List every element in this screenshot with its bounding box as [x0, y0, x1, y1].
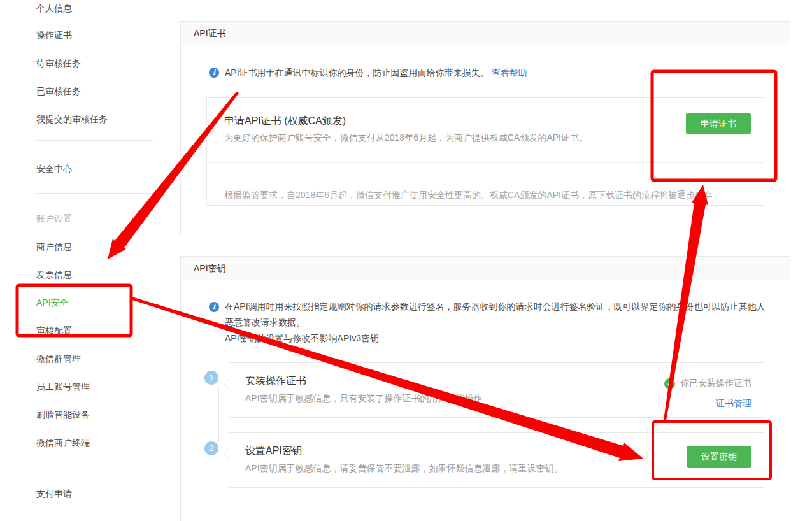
sidebar-item-payment-apply[interactable]: 支付申请 [36, 487, 72, 500]
cert-manage-link[interactable]: 证书管理 [716, 398, 751, 410]
sidebar-item-face-devices[interactable]: 刷脸智能设备 [36, 408, 90, 421]
apply-cert-desc: 为更好的保护商户账号安全，微信支付从2018年6月起，为商户提供权威CA颁发的A… [224, 132, 588, 144]
step-2-card: 设置API密钥 API密钥属于敏感信息，请妥善保管不要泄露，如果怀疑信息泄露，请… [229, 432, 764, 488]
sidebar-item-api-security[interactable]: API安全 [36, 296, 69, 309]
api-cert-panel-title: API证书 [181, 22, 790, 45]
sidebar-item-merchant-terminal[interactable]: 微信商户终端 [36, 436, 90, 449]
sidebar-item-operation-cert[interactable]: 操作证书 [36, 29, 72, 41]
step-1-desc: API密钥属于敏感信息，只有安装了操作证书的用户才能操作 [245, 393, 483, 404]
sidebar-divider [36, 520, 153, 520]
step-1-badge: 1 [204, 371, 218, 385]
api-key-info-line1: 在API调用时用来按照指定规则对你的请求参数进行签名，服务器收到你的请求时会进行… [225, 299, 769, 331]
apply-cert-button[interactable]: 申请证书 [686, 113, 751, 134]
sidebar-item-personal-info[interactable]: 个人信息 [36, 2, 72, 15]
api-cert-panel: API证书 i API证书用于在通讯中标识你的身份，防止因盗用而给你带来损失。 … [180, 21, 790, 236]
card-divider [207, 162, 764, 163]
api-key-info-row: 在API调用时用来按照指定规则对你的请求参数进行签名，服务器收到你的请求时会进行… [225, 299, 769, 346]
info-icon: i [209, 302, 219, 312]
card-caret [224, 379, 234, 390]
cert-installed-text: 你已安装操作证书 [680, 378, 751, 389]
sidebar-item-reviewed[interactable]: 已审核任务 [36, 85, 81, 97]
previous-panel-bottom-edge [180, 1, 790, 1]
info-icon: i [209, 68, 219, 78]
cert-regulation-note: 根据监管要求，自2018年6月起，微信支付推广使用安全性更高的、权威CA颁发的A… [224, 190, 713, 201]
apply-cert-title: 申请API证书 (权威CA颁发) [224, 115, 346, 128]
step-connector-line [218, 386, 219, 442]
sidebar-divider [36, 193, 153, 194]
api-key-panel-title: API密钥 [181, 257, 790, 280]
sidebar-divider [36, 140, 153, 141]
sidebar-divider [36, 467, 153, 467]
sidebar: 个人信息 操作证书 待审核任务 已审核任务 我提交的审核任务 安全中心 账户设置… [0, 0, 153, 521]
sidebar-item-security-center[interactable]: 安全中心 [36, 162, 72, 175]
api-key-info-line2: API密钥的设置与修改不影响APIv3密钥 [225, 331, 769, 346]
check-circle-icon: ✓ [664, 378, 675, 389]
sidebar-item-wechat-group[interactable]: 微信群管理 [36, 352, 81, 365]
set-api-key-button[interactable]: 设置密钥 [687, 446, 751, 468]
sidebar-item-merchant-info[interactable]: 商户信息 [36, 240, 72, 253]
sidebar-item-staff-accounts[interactable]: 员工账号管理 [36, 380, 90, 393]
api-cert-info-text: API证书用于在通讯中标识你的身份，防止因盗用而给你带来损失。 [225, 68, 489, 78]
api-cert-info-row: API证书用于在通讯中标识你的身份，防止因盗用而给你带来损失。 查看帮助 [225, 66, 527, 80]
card-caret [224, 449, 234, 460]
apply-cert-card: 申请API证书 (权威CA颁发) 为更好的保护商户账号安全，微信支付从2018年… [206, 97, 764, 206]
sidebar-item-invoice-info[interactable]: 发票信息 [36, 268, 72, 281]
sidebar-item-my-submitted[interactable]: 我提交的审核任务 [36, 113, 108, 125]
cert-installed-status: ✓ 你已安装操作证书 [664, 378, 751, 389]
step-2-desc: API密钥属于敏感信息，请妥善保管不要泄露，如果怀疑信息泄露，请重设密钥。 [245, 463, 563, 475]
help-link[interactable]: 查看帮助 [491, 68, 527, 78]
sidebar-section-account-settings: 账户设置 [36, 212, 72, 225]
api-key-panel: API密钥 i 在API调用时用来按照指定规则对你的请求参数进行签名，服务器收到… [180, 256, 790, 521]
step-1-card: 安装操作证书 API密钥属于敏感信息，只有安装了操作证书的用户才能操作 ✓ 你已… [229, 362, 764, 418]
step-2-badge: 2 [204, 441, 218, 455]
sidebar-item-pending-review[interactable]: 待审核任务 [36, 57, 81, 69]
sidebar-item-review-config[interactable]: 审核配置 [36, 324, 72, 337]
step-1-title: 安装操作证书 [245, 375, 306, 388]
step-2-title: 设置API密钥 [245, 445, 303, 458]
